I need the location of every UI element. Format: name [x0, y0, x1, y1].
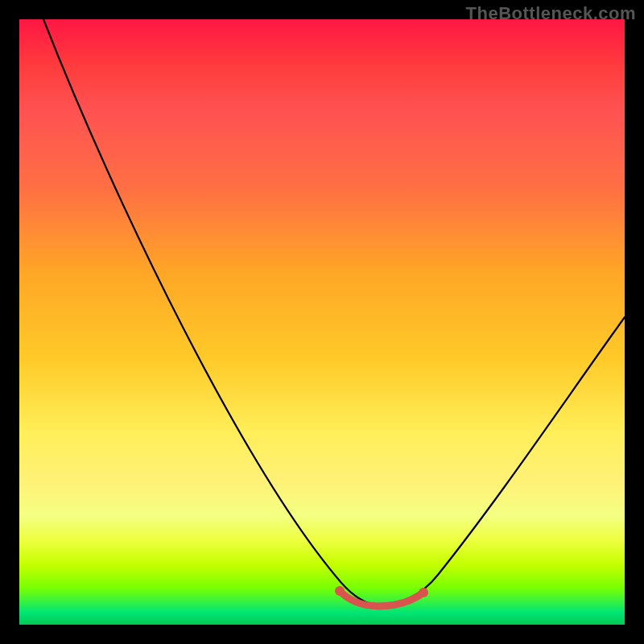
- bottleneck-curve: [19, 19, 625, 625]
- curve-left-branch: [43, 19, 378, 605]
- chart-frame: TheBottleneck.com: [0, 0, 644, 644]
- highlight-end-knob: [419, 588, 428, 597]
- curve-right-branch: [378, 317, 625, 605]
- watermark-text: TheBottleneck.com: [466, 3, 636, 24]
- highlight-start-knob: [335, 586, 345, 596]
- plot-area: [19, 19, 625, 625]
